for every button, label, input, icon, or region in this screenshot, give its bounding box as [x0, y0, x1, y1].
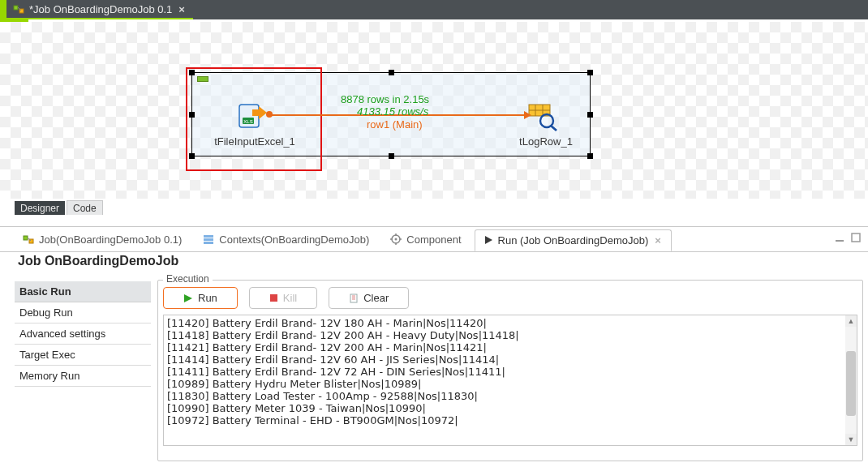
flow-stats-rows: 8878 rows in 2.15s — [341, 93, 429, 105]
accent-bar — [0, 0, 6, 19]
clear-button[interactable]: Clear — [329, 287, 409, 309]
editor-tabbar: *Job OnBoardingDemoJob 0.1 × — [0, 0, 868, 19]
svg-rect-25 — [836, 240, 844, 242]
run-mode-item[interactable]: Memory Run — [15, 366, 151, 387]
component-icon — [390, 234, 402, 245]
scroll-down-icon[interactable]: ▼ — [845, 434, 857, 445]
minimize-icon[interactable] — [832, 230, 847, 245]
clear-button-label: Clear — [363, 292, 389, 304]
property-tabs: Job(OnBoardingDemoJob 0.1) Contexts(OnBo… — [0, 227, 868, 252]
flow-stats-rate: 4133.15 rows/s — [357, 105, 428, 118]
kill-button-label: Kill — [283, 292, 297, 304]
tab-contexts[interactable]: Contexts(OnBoardingDemoJob) — [195, 229, 377, 250]
svg-rect-17 — [204, 242, 213, 244]
job-icon — [13, 3, 24, 15]
run-mode-list: Basic RunDebug RunAdvanced settingsTarge… — [15, 276, 151, 467]
run-mode-item[interactable]: Advanced settings — [15, 323, 151, 345]
svg-rect-12 — [24, 236, 28, 240]
tlogrow-icon[interactable] — [527, 103, 558, 132]
play-icon — [483, 235, 493, 245]
svg-rect-15 — [204, 235, 213, 238]
flow-arrow-icon — [524, 111, 531, 119]
tab-job-label: Job(OnBoardingDemoJob 0.1) — [39, 234, 182, 246]
svg-text:XLS: XLS — [243, 119, 252, 124]
tab-job[interactable]: Job(OnBoardingDemoJob 0.1) — [15, 229, 190, 250]
run-mode-item[interactable]: Basic Run — [15, 281, 151, 302]
svg-rect-0 — [14, 6, 18, 10]
svg-point-19 — [395, 238, 397, 241]
pane-divider — [0, 215, 868, 227]
tab-designer[interactable]: Designer — [15, 201, 65, 215]
svg-rect-16 — [204, 238, 213, 241]
job-icon — [23, 234, 34, 245]
svg-marker-27 — [184, 294, 192, 302]
tab-contexts-label: Contexts(OnBoardingDemoJob) — [219, 234, 369, 246]
kill-button: Kill — [249, 287, 317, 309]
run-button-label: Run — [198, 292, 217, 304]
view-toolbar — [832, 230, 863, 245]
run-button[interactable]: Run — [163, 287, 238, 309]
execution-buttons: Run Kill Clear — [163, 287, 857, 309]
tab-code[interactable]: Code — [67, 200, 103, 215]
run-mode-item[interactable]: Debug Run — [15, 302, 151, 323]
tfileinputexcel-icon[interactable]: XLS — [238, 101, 269, 131]
play-icon — [183, 293, 193, 303]
close-icon[interactable]: × — [177, 3, 187, 15]
close-icon[interactable]: × — [653, 234, 663, 246]
maximize-icon[interactable] — [849, 230, 863, 245]
svg-marker-24 — [485, 236, 492, 244]
tab-component[interactable]: Component — [382, 229, 469, 250]
stop-icon — [269, 293, 278, 302]
console-output[interactable]: [11420] Battery Erdil Brand- 12V 180 AH … — [163, 315, 857, 446]
contexts-icon — [203, 234, 214, 245]
execution-group: Execution Run Kill — [157, 280, 863, 461]
tab-run[interactable]: Run (Job OnBoardingDemoJob) × — [475, 229, 672, 251]
component-b-label: tLogRow_1 — [509, 135, 582, 148]
canvas-mode-tabs: Designer Code — [0, 199, 868, 215]
panel-title: Job OnBoardingDemoJob — [15, 252, 868, 276]
flow-source-dot — [266, 111, 273, 118]
tab-run-label: Run (Job OnBoardingDemoJob) — [498, 234, 649, 246]
svg-rect-26 — [852, 234, 860, 242]
component-a-label: tFileInputExcel_1 — [206, 135, 303, 148]
svg-rect-28 — [270, 294, 277, 302]
tab-component-label: Component — [406, 234, 461, 246]
clear-icon — [349, 293, 359, 303]
svg-line-11 — [551, 126, 556, 131]
scroll-thumb[interactable] — [846, 351, 856, 416]
editor-tab[interactable]: *Job OnBoardingDemoJob 0.1 × — [6, 0, 193, 19]
execution-legend: Execution — [163, 273, 213, 285]
editor-tab-label: *Job OnBoardingDemoJob 0.1 — [29, 3, 172, 15]
designer-canvas[interactable]: XLS tFileInputExcel_1 tLogRow_1 8878 row… — [0, 22, 868, 199]
tabbar-spacer — [844, 0, 868, 19]
scroll-up-icon[interactable]: ▲ — [845, 315, 857, 327]
run-mode-item[interactable]: Target Exec — [15, 345, 151, 366]
scrollbar[interactable]: ▲ ▼ — [845, 315, 857, 445]
flow-label: row1 (Main) — [367, 118, 423, 131]
run-panel: Job OnBoardingDemoJob Basic RunDebug Run… — [0, 252, 868, 467]
console-text: [11420] Battery Erdil Brand- 12V 180 AH … — [164, 315, 857, 428]
